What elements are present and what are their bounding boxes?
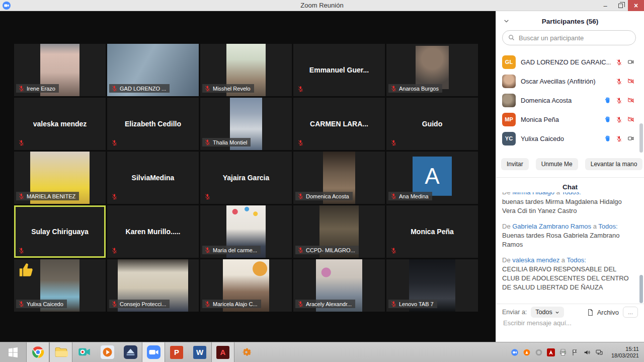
video-tile[interactable]: CCPD- MILAGRO... xyxy=(293,205,385,258)
tile-name-label: Ana Medina xyxy=(388,192,432,200)
video-tile[interactable]: Elizabeth Cedillo xyxy=(107,98,199,150)
tile-participant-name: Yajaira Garcia xyxy=(200,152,292,204)
mic-muted-icon xyxy=(297,139,304,146)
chat-scrollbar[interactable] xyxy=(639,275,643,303)
avatar xyxy=(502,94,516,107)
window-title: Zoom Reunión xyxy=(0,2,644,9)
search-input[interactable] xyxy=(502,30,636,45)
participants-scrollbar[interactable] xyxy=(639,123,643,153)
tile-name-label: Domenica Acosta xyxy=(295,192,353,200)
tile-name-label: Maria del carme... xyxy=(202,246,261,254)
video-tile[interactable]: GAD LORENZO ... xyxy=(107,44,199,96)
mic-muted-icon xyxy=(616,78,622,85)
taskbar-explorer-icon[interactable] xyxy=(49,342,72,362)
video-tile[interactable]: Aracely Alexandr... xyxy=(293,259,385,312)
participant-row[interactable]: YCYulixa Caicedo xyxy=(496,129,641,148)
start-button[interactable] xyxy=(0,342,26,362)
taskbar-word-icon[interactable]: W xyxy=(188,342,211,362)
video-tile[interactable]: Guido xyxy=(386,98,478,150)
video-tile[interactable]: MARIELA BENITEZ xyxy=(14,152,106,204)
tile-participant-name: Aracely Alexandr... xyxy=(306,301,352,307)
taskbar-chrome-icon[interactable] xyxy=(26,342,49,362)
video-tile[interactable]: AAna Medina xyxy=(386,152,478,204)
video-tile[interactable]: Anarosa Burgos xyxy=(386,44,478,96)
tray-volume-icon[interactable] xyxy=(583,348,591,356)
chat-send-bar: Enviar a: Todos Archivo ... xyxy=(502,306,638,319)
video-tile[interactable]: Consejo Protecci... xyxy=(107,259,199,312)
chat-message-sender: De Mirma Hidalgo a Todos: xyxy=(502,192,633,197)
close-button[interactable]: × xyxy=(628,0,644,11)
video-tile[interactable]: Maria del carme... xyxy=(200,205,292,258)
avatar: MP xyxy=(502,113,516,126)
taskbar-zoom-icon[interactable] xyxy=(142,342,165,362)
taskbar-acrobat-icon[interactable]: A xyxy=(211,342,234,362)
participant-list: GLGAD LORENZO DE GARAIC... (Yo)Oscar Ave… xyxy=(496,52,641,148)
video-tile[interactable]: SilviaMedina xyxy=(107,152,199,204)
mic-muted-icon xyxy=(390,139,397,146)
mic-muted-icon xyxy=(297,86,304,92)
video-tile[interactable]: Misshel Revelo xyxy=(200,44,292,96)
mic-muted-icon xyxy=(18,247,25,254)
send-to-dropdown[interactable]: Todos xyxy=(531,307,564,318)
tile-participant-name: Domenica Acosta xyxy=(306,193,349,199)
more-options-button[interactable]: ... xyxy=(623,307,638,318)
minimize-button[interactable]: – xyxy=(598,0,613,11)
chat-message-input[interactable] xyxy=(502,318,638,338)
video-tile[interactable]: Yajaira Garcia xyxy=(200,152,292,204)
tray-zoom-icon[interactable] xyxy=(511,348,519,356)
tile-participant-name: MARIELA BENITEZ xyxy=(27,193,75,199)
panel-divider xyxy=(496,177,644,178)
tray-printer-icon[interactable] xyxy=(559,348,567,356)
taskbar-clock[interactable]: 15:11 18/03/2021 xyxy=(611,346,639,359)
file-button[interactable]: Archivo xyxy=(587,309,619,316)
chat-message-body: CECILIA BRAVO RESPONSABLE DEL CLUB DE AD… xyxy=(502,265,633,292)
tray-avast-icon[interactable] xyxy=(523,348,531,356)
taskbar-scanner-icon[interactable] xyxy=(119,342,142,362)
taskbar-settings-icon[interactable] xyxy=(234,342,258,362)
unmute-me-button[interactable]: Unmute Me xyxy=(536,158,578,170)
tray-flag-icon[interactable] xyxy=(571,348,579,356)
tile-participant-name: Monica Peña xyxy=(386,205,478,258)
video-tile[interactable]: Thalia Montiel xyxy=(200,98,292,150)
taskbar-powerpoint-icon[interactable]: P xyxy=(165,342,188,362)
restore-button[interactable] xyxy=(613,0,628,11)
tile-participant-name: Guido xyxy=(386,98,478,150)
chevron-down-icon xyxy=(555,310,559,315)
taskbar-recorder-icon[interactable] xyxy=(72,342,96,362)
video-tile[interactable]: valeska mendez xyxy=(14,98,106,150)
tile-participant-name: Misshel Revelo xyxy=(213,86,251,92)
participant-row[interactable]: Domenica Acosta xyxy=(496,91,641,110)
video-tile[interactable]: Emmanuel Guer... xyxy=(293,44,385,96)
send-to-label: Enviar a: xyxy=(502,309,527,316)
video-tile[interactable]: Karen Murillo..... xyxy=(107,205,199,258)
video-tile[interactable]: Yulixa Caicedo xyxy=(14,259,106,312)
mic-muted-icon xyxy=(18,85,25,92)
invitar-button[interactable]: Invitar xyxy=(501,158,529,170)
levantar-la-mano-button[interactable]: Levantar la mano xyxy=(585,158,643,170)
video-tile[interactable]: Irene Erazo xyxy=(14,44,106,96)
panel-divider xyxy=(496,304,644,304)
video-tile[interactable]: Maricela Alajo C... xyxy=(200,259,292,312)
video-tile[interactable]: Sulay Chiriguaya xyxy=(14,205,106,258)
tray-smadav-icon[interactable] xyxy=(535,348,543,356)
video-tile[interactable]: Domenica Acosta xyxy=(293,152,385,204)
video-tile[interactable]: CARMEN LARA... xyxy=(293,98,385,150)
side-panel: Participantes (56) GLGAD LORENZO DE GARA… xyxy=(496,11,644,342)
file-icon xyxy=(587,309,594,316)
participant-row[interactable]: MPMonica Peña xyxy=(496,110,641,129)
video-tile[interactable]: Lenovo TAB 7 xyxy=(386,259,478,312)
chat-message: De valeska mendez a Todos:CECILIA BRAVO … xyxy=(502,256,633,292)
avatar-letter: A xyxy=(413,157,452,196)
mic-muted-icon xyxy=(204,193,211,200)
mic-muted-icon xyxy=(18,301,25,307)
participant-row[interactable]: Oscar Avecillas (Anfitrión) xyxy=(496,71,641,91)
mic-muted-icon xyxy=(111,193,118,200)
taskbar-media-player-icon[interactable] xyxy=(96,342,119,362)
video-area: Irene ErazoGAD LORENZO ...Misshel Revelo… xyxy=(0,11,496,342)
tray-network-icon[interactable] xyxy=(595,348,603,356)
mic-muted-icon xyxy=(390,85,397,92)
video-tile[interactable]: Monica Peña xyxy=(386,205,478,258)
chevron-down-icon[interactable] xyxy=(503,18,510,24)
tray-acrobat-icon[interactable] xyxy=(547,348,555,356)
participant-row[interactable]: GLGAD LORENZO DE GARAIC... (Yo) xyxy=(496,52,641,71)
